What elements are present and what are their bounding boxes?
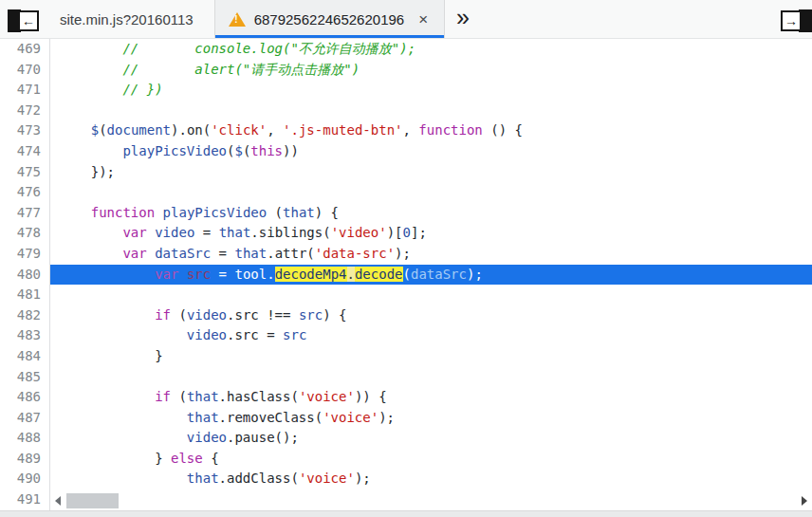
horizontal-scrollbar[interactable]	[51, 492, 812, 509]
code-line: 490 that.addClass('voice');	[0, 469, 812, 489]
code-text[interactable]: that.addClass('voice');	[50, 469, 812, 489]
scroll-right-arrow-icon[interactable]	[802, 496, 807, 506]
back-arrow-icon: ←	[18, 10, 39, 31]
scroll-left-arrow-icon[interactable]	[55, 496, 61, 506]
forward-arrow-icon: →	[781, 10, 802, 31]
code-line: 476	[0, 182, 812, 203]
code-line: 471 // })	[0, 80, 812, 101]
code-text[interactable]: if (that.hasClass('voice')) {	[50, 387, 812, 408]
code-line: 474 playPicsVideo($(this))	[0, 141, 812, 162]
source-code-editor: 469 // console.log("不允许自动播放");470 // ale…	[0, 39, 812, 510]
code-text[interactable]: }	[50, 346, 812, 367]
line-number[interactable]: 481	[0, 285, 50, 305]
back-button[interactable]: ←	[8, 9, 39, 32]
code-line: 489 } else {	[0, 449, 812, 470]
code-text[interactable]: function playPicsVideo (that) {	[50, 203, 812, 224]
code-text[interactable]: // alert("请手动点击播放")	[50, 60, 812, 81]
code-line: 480 var src = tool.decodeMp4.decode(data…	[0, 265, 812, 286]
code-line: 487 that.removeClass('voice');	[0, 408, 812, 429]
code-text[interactable]: that.removeClass('voice');	[50, 408, 812, 429]
code-line: 484 }	[0, 346, 812, 367]
line-number[interactable]: 475	[0, 162, 50, 183]
code-text[interactable]	[50, 182, 812, 203]
code-line: 477 function playPicsVideo (that) {	[0, 203, 812, 224]
code-text[interactable]: // console.log("不允许自动播放");	[50, 39, 812, 60]
line-number[interactable]: 482	[0, 305, 50, 326]
code-line: 485	[0, 367, 812, 388]
line-number[interactable]: 483	[0, 325, 50, 346]
line-number[interactable]: 469	[0, 39, 50, 60]
active-tab-underline	[215, 35, 444, 38]
code-text[interactable]	[50, 285, 812, 305]
code-lines-container: 469 // console.log("不允许自动播放");470 // ale…	[0, 39, 812, 510]
tab-label: 6879256224652620196	[254, 11, 405, 28]
line-number[interactable]: 485	[0, 367, 50, 388]
code-text[interactable]	[50, 367, 812, 388]
forward-arrow-glyph: →	[784, 14, 798, 28]
scrollbar-thumb[interactable]	[66, 493, 119, 508]
line-number[interactable]: 491	[0, 489, 50, 510]
line-number[interactable]: 484	[0, 346, 50, 367]
code-text[interactable]: playPicsVideo($(this))	[50, 141, 812, 162]
code-line: 470 // alert("请手动点击播放")	[0, 60, 812, 81]
line-number[interactable]: 490	[0, 469, 50, 489]
back-arrow-glyph: ←	[22, 14, 35, 28]
code-line: 473 $(document).on('click', '.js-muted-b…	[0, 120, 812, 141]
code-text[interactable]: // })	[50, 80, 812, 101]
line-number[interactable]: 479	[0, 244, 50, 265]
sources-tab-bar: ← site.min.js?20160113 ! 687925622465262…	[0, 0, 812, 39]
code-line: 486 if (that.hasClass('voice')) {	[0, 387, 812, 408]
code-text[interactable]: $(document).on('click', '.js-muted-btn',…	[50, 120, 812, 141]
code-text[interactable]: });	[50, 162, 812, 183]
line-number[interactable]: 471	[0, 80, 50, 101]
line-number[interactable]: 478	[0, 223, 50, 244]
line-number[interactable]: 476	[0, 182, 50, 203]
line-number[interactable]: 486	[0, 387, 50, 408]
code-line: 469 // console.log("不允许自动播放");	[0, 39, 812, 60]
code-line: 475 });	[0, 162, 812, 183]
line-number[interactable]: 488	[0, 428, 50, 449]
code-text[interactable]: var video = that.siblings('video')[0];	[50, 223, 812, 244]
line-number[interactable]: 470	[0, 60, 50, 81]
line-number[interactable]: 474	[0, 141, 50, 162]
code-text-selected-line[interactable]: var src = tool.decodeMp4.decode(dataSrc)…	[50, 265, 812, 286]
code-line: 488 video.pause();	[0, 428, 812, 449]
warning-icon: !	[229, 12, 246, 27]
code-line: 479 var dataSrc = that.attr('data-src');	[0, 244, 812, 265]
code-line: 472	[0, 101, 812, 121]
line-number[interactable]: 489	[0, 449, 50, 470]
code-text[interactable]: video.pause();	[50, 428, 812, 449]
tab-6879256224652620196[interactable]: ! 6879256224652620196 ×	[214, 0, 445, 38]
code-text[interactable]: } else {	[50, 449, 812, 470]
warning-exclamation: !	[234, 15, 237, 25]
line-number[interactable]: 487	[0, 408, 50, 429]
line-number[interactable]: 480	[0, 265, 50, 286]
close-tab-icon[interactable]: ×	[415, 10, 431, 28]
line-number[interactable]: 477	[0, 203, 50, 224]
tab-bar-spacer	[470, 0, 773, 38]
line-number[interactable]: 473	[0, 120, 50, 141]
tab-site-min-js[interactable]: site.min.js?20160113	[39, 0, 214, 38]
code-text[interactable]: if (video.src !== src) {	[50, 305, 812, 326]
code-text[interactable]	[50, 101, 812, 121]
bottom-status-strip	[0, 510, 812, 517]
code-line: 481	[0, 285, 812, 305]
code-line: 483 video.src = src	[0, 325, 812, 346]
code-line: 482 if (video.src !== src) {	[0, 305, 812, 326]
code-text[interactable]: video.src = src	[50, 325, 812, 346]
code-line: 478 var video = that.siblings('video')[0…	[0, 223, 812, 244]
line-number[interactable]: 472	[0, 101, 50, 121]
code-text[interactable]: var dataSrc = that.attr('data-src');	[50, 244, 812, 265]
forward-button[interactable]: →	[781, 9, 812, 32]
tab-overflow-button[interactable]: »	[456, 6, 470, 33]
tab-label: site.min.js?20160113	[60, 11, 194, 28]
